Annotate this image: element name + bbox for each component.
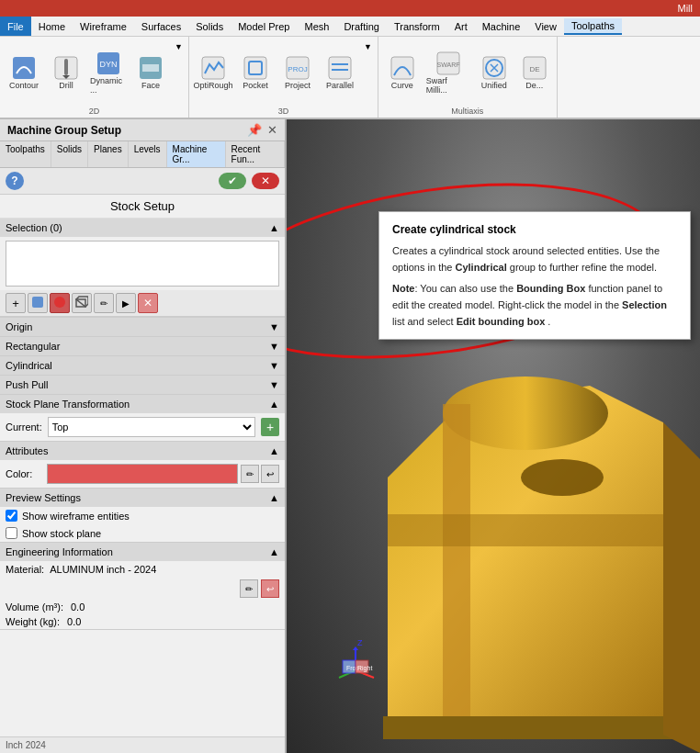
- ribbon-dropdown-2d[interactable]: ▼: [173, 40, 185, 53]
- ribbon-btn-project[interactable]: PROJ Project: [277, 52, 318, 93]
- svg-rect-29: [443, 404, 470, 735]
- attributes-arrow: ▲: [269, 445, 279, 456]
- ribbon-btn-de[interactable]: DE De...: [516, 52, 553, 93]
- ribbon-btn-optirough[interactable]: OptiRough: [193, 52, 233, 93]
- toolbar-delete-btn[interactable]: ✕: [138, 293, 158, 313]
- material-edit-btn[interactable]: ✏: [240, 579, 258, 598]
- ribbon-group-multiaxis-title: Multiaxis: [382, 105, 553, 116]
- mill-bar: Mill: [0, 0, 700, 17]
- tab-recent-fun[interactable]: Recent Fun...: [226, 141, 285, 167]
- volume-value: 0.0: [71, 601, 85, 613]
- show-wireframe-check[interactable]: [6, 510, 17, 522]
- menu-item-transform[interactable]: Transform: [387, 19, 447, 34]
- origin-section: Origin ▼: [0, 318, 285, 337]
- menu-item-modelprep[interactable]: Model Prep: [231, 19, 297, 34]
- show-wireframe-label: Show wireframe entities: [22, 511, 130, 522]
- ribbon-btn-drill[interactable]: Drill: [46, 52, 86, 93]
- unified-icon: [481, 55, 507, 81]
- ok-cancel-btns: ✔ ✕: [219, 173, 279, 189]
- contour-icon: [11, 55, 37, 81]
- pushpull-header[interactable]: Push Pull ▼: [0, 376, 285, 394]
- material-reset-btn[interactable]: ↩: [261, 579, 279, 598]
- selection-arrow: ▲: [269, 222, 279, 233]
- engineering-header[interactable]: Engineering Information ▲: [0, 543, 285, 561]
- ribbon-btn-curve[interactable]: Curve: [382, 52, 423, 93]
- menu-item-drafting[interactable]: Drafting: [336, 19, 387, 34]
- panel-title-bar: Machine Group Setup 📌 ✕: [0, 119, 285, 141]
- cylindrical-header[interactable]: Cylindrical ▼: [0, 356, 285, 375]
- selection-toolbar: + ✏ ▶ ✕: [0, 290, 285, 317]
- ok-button[interactable]: ✔: [219, 173, 246, 189]
- rectangular-header[interactable]: Rectangular ▼: [0, 337, 285, 355]
- ribbon-dropdown-3d[interactable]: ▼: [362, 40, 374, 53]
- main-content: Machine Group Setup 📌 ✕ Toolpaths Solids…: [0, 119, 700, 753]
- tabs-bar: Toolpaths Solids Planes Levels Machine G…: [0, 141, 285, 168]
- preview-arrow: ▲: [269, 492, 279, 503]
- svg-text:Right: Right: [357, 665, 372, 672]
- stockplane-header[interactable]: Stock Plane Transformation ▲: [0, 395, 285, 413]
- stockplane-section: Stock Plane Transformation ▲ Current: To…: [0, 395, 285, 442]
- tab-machine-gr[interactable]: Machine Gr...: [167, 141, 226, 167]
- menu-item-solids[interactable]: Solids: [188, 19, 231, 34]
- current-select[interactable]: Top: [48, 417, 255, 437]
- toolbar-cylinder-btn[interactable]: [50, 293, 70, 313]
- ribbon-btn-pocket[interactable]: Pocket: [235, 52, 276, 93]
- tooltip-note-bold1: Bounding Box: [516, 283, 585, 294]
- ribbon-btn-dynamic[interactable]: DYN Dynamic ...: [88, 48, 129, 97]
- color-swatch[interactable]: [47, 464, 238, 484]
- tooltip-bold-1: Cylindrical: [456, 262, 507, 273]
- preview-stock-row: Show stock plane: [0, 524, 285, 542]
- dynamic-icon: DYN: [96, 51, 121, 76]
- ribbon-btn-parallel[interactable]: Parallel: [320, 52, 360, 93]
- close-button[interactable]: ✕: [267, 123, 277, 137]
- menu-item-machine[interactable]: Machine: [475, 19, 528, 34]
- ribbon-btn-contour[interactable]: Contour: [4, 52, 44, 93]
- current-add[interactable]: +: [261, 418, 279, 436]
- selection-textbox[interactable]: [6, 241, 279, 287]
- svg-rect-32: [383, 716, 686, 739]
- tab-toolpaths[interactable]: Toolpaths: [0, 141, 51, 167]
- pin-button[interactable]: 📌: [247, 123, 262, 137]
- engineering-label: Engineering Information: [6, 546, 113, 557]
- help-icon[interactable]: ?: [6, 172, 24, 190]
- toolbar-box-btn[interactable]: [72, 293, 92, 313]
- tab-solids[interactable]: Solids: [51, 141, 88, 167]
- menu-item-home[interactable]: Home: [31, 19, 73, 34]
- mill-label: Mill: [678, 3, 694, 14]
- ribbon-btn-swarf[interactable]: SWARF Swarf Milli...: [424, 48, 472, 97]
- toolbar-play-btn[interactable]: ▶: [116, 293, 136, 313]
- tab-planes[interactable]: Planes: [88, 141, 129, 167]
- show-stock-check[interactable]: [6, 527, 17, 539]
- drill-icon: [53, 55, 79, 81]
- menu-item-toolpaths[interactable]: Toolpaths: [564, 18, 622, 35]
- menu-item-view[interactable]: View: [527, 19, 564, 34]
- viewport[interactable]: Create cylindrical stock Creates a cylin…: [287, 119, 700, 753]
- svg-rect-30: [388, 514, 682, 546]
- panel-scroll[interactable]: Selection (0) ▲ + ✏: [0, 219, 285, 736]
- cylindrical-label: Cylindrical: [6, 360, 52, 371]
- menu-item-art[interactable]: Art: [447, 19, 475, 34]
- menu-item-file[interactable]: File: [0, 17, 31, 36]
- color-reset-btn[interactable]: ↩: [261, 465, 279, 483]
- ribbon-group-2d-title: 2D: [4, 105, 185, 116]
- selection-header[interactable]: Selection (0) ▲: [0, 219, 285, 237]
- rectangular-arrow: ▼: [269, 341, 279, 352]
- color-edit-btn[interactable]: ✏: [241, 465, 259, 483]
- axis-svg: Z Front Right: [323, 638, 388, 702]
- menu-item-surfaces[interactable]: Surfaces: [134, 19, 188, 34]
- svg-text:DE: DE: [529, 65, 539, 73]
- ribbon-btn-face[interactable]: Face: [130, 52, 171, 93]
- cancel-button[interactable]: ✕: [252, 173, 279, 189]
- toolbar-edit-btn[interactable]: ✏: [94, 293, 114, 313]
- menu-item-wireframe[interactable]: Wireframe: [73, 19, 134, 34]
- engineering-arrow: ▲: [269, 546, 279, 557]
- attributes-header[interactable]: Attributes ▲: [0, 442, 285, 460]
- menu-item-mesh[interactable]: Mesh: [297, 19, 336, 34]
- ribbon-btn-unified[interactable]: Unified: [474, 52, 514, 93]
- toolbar-add-btn[interactable]: +: [6, 293, 26, 313]
- tab-levels[interactable]: Levels: [129, 141, 167, 167]
- origin-header[interactable]: Origin ▼: [0, 318, 285, 336]
- toolbar-solid-btn[interactable]: [28, 293, 48, 313]
- ribbon-group-3d-title: 3D: [193, 105, 374, 116]
- preview-header[interactable]: Preview Settings ▲: [0, 489, 285, 507]
